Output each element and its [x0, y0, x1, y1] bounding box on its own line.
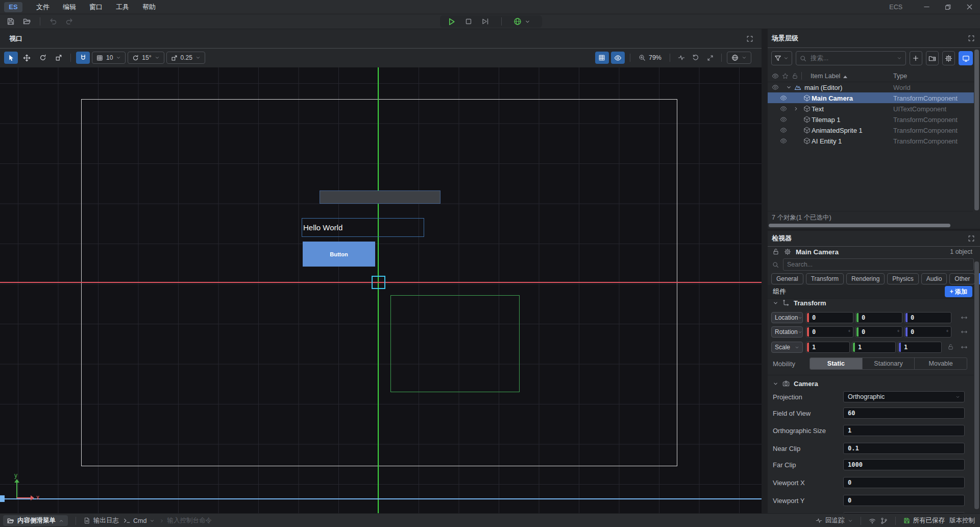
vertical-scrollbar[interactable] [974, 50, 979, 210]
rotation-y-field[interactable]: 0° [855, 326, 902, 338]
move-tool-button[interactable] [20, 52, 34, 64]
panel-sprite-object[interactable] [320, 190, 440, 204]
rotate-tool-button[interactable] [36, 52, 50, 64]
network-mode-dropdown[interactable] [513, 17, 530, 26]
rotation-snap-dropdown[interactable]: 15° [128, 52, 164, 64]
add-entity-button[interactable] [910, 51, 922, 65]
menu-tools[interactable]: 工具 [109, 0, 136, 14]
network-status-button[interactable] [869, 517, 876, 524]
gizmo-visibility-button[interactable] [611, 52, 625, 64]
panel-expand-button[interactable] [968, 235, 975, 242]
scale-z-field[interactable]: 1 [898, 342, 942, 353]
location-dropdown[interactable]: Location [771, 312, 803, 323]
tab-other[interactable]: Other [949, 273, 975, 284]
version-control-button[interactable]: 版本控制 [949, 516, 975, 525]
tree-row-main-camera[interactable]: Main Camera TransformComponent [768, 92, 974, 103]
scale-snap-dropdown[interactable]: 0.25 [166, 52, 205, 64]
orthographic-size-input[interactable]: 1 [843, 425, 965, 436]
rotation-x-field[interactable]: 0° [806, 326, 853, 338]
menu-window[interactable]: 窗口 [83, 0, 109, 14]
link-axes-icon[interactable] [961, 328, 968, 336]
scene-canvas[interactable]: Hello World Button y x [0, 67, 762, 513]
tab-transform[interactable]: Transform [806, 273, 844, 284]
app-logo[interactable]: ES [4, 2, 22, 12]
content-drawer-button[interactable]: 内容侧滑菜单 [3, 515, 68, 526]
play-button[interactable] [447, 17, 456, 26]
tree-row-animatedsprite[interactable]: AnimatedSprite 1 TransformComponent [768, 125, 974, 135]
selection-handle[interactable] [372, 276, 385, 289]
near-clip-input[interactable]: 0.1 [843, 443, 965, 454]
maximize-button[interactable] [937, 0, 959, 14]
link-axes-icon[interactable] [961, 344, 968, 351]
output-log-button[interactable]: 输出日志 [84, 516, 119, 525]
add-folder-button[interactable] [926, 51, 939, 65]
location-z-field[interactable]: 0 [904, 312, 951, 323]
tree-row-tilemap[interactable]: Tilemap 1 TransformComponent [768, 114, 974, 125]
mobility-static[interactable]: Static [810, 358, 862, 369]
text-object[interactable]: Hello World [302, 218, 424, 237]
hierarchy-search[interactable] [796, 51, 906, 65]
rotation-dropdown[interactable]: Rotation [771, 326, 803, 338]
guide-blue-handle[interactable] [0, 495, 5, 502]
tree-row-ai-entity[interactable]: AI Entity 1 TransformComponent [768, 135, 974, 146]
visibility-eye-icon[interactable] [780, 116, 787, 123]
zoom-level[interactable]: 79% [635, 54, 665, 61]
open-button[interactable] [20, 15, 34, 28]
tree-row-text[interactable]: Text UITextComponent [768, 103, 974, 114]
gear-icon[interactable] [784, 248, 791, 255]
camera-section-header[interactable]: Camera [768, 377, 974, 390]
chevron-right-icon[interactable] [793, 106, 799, 111]
stop-button[interactable] [464, 17, 473, 26]
visibility-eye-icon[interactable] [780, 137, 787, 145]
tab-general[interactable]: General [771, 273, 803, 284]
link-axes-icon[interactable] [961, 314, 968, 321]
tab-audio[interactable]: Audio [921, 273, 947, 284]
viewport-y-input[interactable]: 0 [843, 495, 965, 506]
source-control-button[interactable] [880, 517, 888, 524]
visibility-eye-icon[interactable] [780, 105, 787, 112]
scale-x-field[interactable]: 1 [806, 342, 850, 353]
transform-section-header[interactable]: Transform [768, 296, 974, 309]
horizontal-scrollbar[interactable] [769, 224, 950, 227]
column-type[interactable]: Type [893, 73, 907, 80]
inspector-search-input[interactable] [783, 258, 974, 271]
viewport-x-input[interactable]: 0 [843, 477, 965, 488]
location-x-field[interactable]: 0 [806, 312, 853, 323]
scale-y-field[interactable]: 1 [852, 342, 896, 353]
rotation-z-field[interactable]: 0° [904, 326, 951, 338]
vertical-scrollbar[interactable] [974, 261, 979, 509]
redo-button[interactable] [63, 15, 76, 28]
scale-dropdown[interactable]: Scale [771, 342, 803, 353]
far-clip-input[interactable]: 1000 [843, 459, 965, 470]
grid-toggle-button[interactable] [595, 52, 609, 64]
fullscreen-button[interactable] [704, 52, 716, 64]
projection-select[interactable]: Orthographic [843, 391, 965, 402]
add-component-button[interactable]: + 添加 [945, 286, 972, 297]
menu-file[interactable]: 文件 [30, 0, 56, 14]
minimize-button[interactable] [916, 0, 937, 14]
snap-toggle-button[interactable] [76, 52, 90, 64]
trace-dropdown[interactable]: 回追踪 [816, 516, 853, 525]
visibility-eye-icon[interactable] [780, 94, 787, 102]
select-tool-button[interactable] [4, 52, 18, 64]
grid-snap-dropdown[interactable]: 10 [92, 52, 126, 64]
lock-scale-icon[interactable] [947, 344, 954, 350]
save-status[interactable]: 所有已保存 [903, 516, 945, 525]
screen-view-button[interactable] [959, 51, 973, 65]
stats-button[interactable] [675, 52, 688, 64]
hierarchy-column-header[interactable]: Item Label Type [768, 70, 974, 82]
cmd-dropdown[interactable]: Cmd [124, 517, 155, 524]
lock-icon[interactable] [772, 248, 779, 255]
visibility-eye-icon[interactable] [780, 127, 787, 134]
console-command-input[interactable]: 输入控制台命令 [159, 516, 212, 525]
step-button[interactable] [481, 17, 489, 26]
button-object[interactable]: Button [303, 242, 375, 267]
scale-tool-button[interactable] [52, 52, 65, 64]
tree-row-main[interactable]: main (Editor) World [768, 82, 974, 92]
panel-expand-button[interactable] [968, 35, 975, 42]
menu-help[interactable]: 帮助 [136, 0, 162, 14]
tab-physics[interactable]: Physics [887, 273, 918, 284]
hierarchy-search-input[interactable] [810, 54, 894, 62]
chevron-down-icon[interactable] [786, 84, 792, 90]
mobility-stationary[interactable]: Stationary [862, 358, 915, 369]
